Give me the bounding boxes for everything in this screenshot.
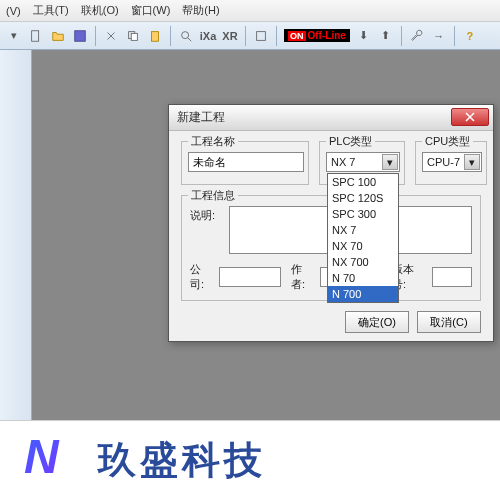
chevron-down-icon: ▾ <box>382 154 398 170</box>
plc-option[interactable]: NX 70 <box>328 238 398 254</box>
project-name-input[interactable] <box>188 152 304 172</box>
plc-option[interactable]: NX 700 <box>328 254 398 270</box>
cpu-type-value: CPU-7 <box>427 156 460 168</box>
svg-rect-7 <box>257 31 266 40</box>
new-project-dialog: 新建工程 工程名称 PLC类型 NX 7 ▾ SPC 24SSPC 100SPC… <box>168 104 494 342</box>
toolbar: ▾ iXa XR ON Off-Line ⬇ ⬆ → ? <box>0 22 500 50</box>
menu-view[interactable]: (V) <box>6 5 21 17</box>
new-icon[interactable] <box>26 26 46 46</box>
plc-type-label: PLC类型 <box>326 134 375 149</box>
menu-online[interactable]: 联机(O) <box>81 3 119 18</box>
plc-option[interactable]: N 70 <box>328 270 398 286</box>
upload-icon[interactable]: ⬆ <box>376 26 396 46</box>
company-input[interactable] <box>219 267 281 287</box>
paste-icon[interactable] <box>145 26 165 46</box>
offline-text: Off-Line <box>308 30 346 41</box>
project-name-label: 工程名称 <box>188 134 238 149</box>
plc-type-select[interactable]: NX 7 ▾ SPC 24SSPC 100SPC 120SSPC 300NX 7… <box>326 152 400 172</box>
wrench-icon[interactable] <box>407 26 427 46</box>
xr2-icon[interactable]: XR <box>220 26 240 46</box>
cut-icon[interactable] <box>101 26 121 46</box>
offline-indicator[interactable]: ON Off-Line <box>284 29 350 42</box>
open-icon[interactable] <box>48 26 68 46</box>
tool-down-icon[interactable]: ▾ <box>4 26 24 46</box>
menu-tools[interactable]: 工具(T) <box>33 3 69 18</box>
svg-rect-1 <box>75 30 86 41</box>
settings-icon[interactable] <box>251 26 271 46</box>
project-info-label: 工程信息 <box>188 188 238 203</box>
sidebar <box>0 50 32 420</box>
arrow-right-icon[interactable]: → <box>429 26 449 46</box>
save-icon[interactable] <box>70 26 90 46</box>
plc-dropdown: SPC 24SSPC 100SPC 120SSPC 300NX 7NX 70NX… <box>327 173 399 303</box>
description-label: 说明: <box>190 206 223 223</box>
menubar: (V) 工具(T) 联机(O) 窗口(W) 帮助(H) <box>0 0 500 22</box>
help-icon[interactable]: ? <box>460 26 480 46</box>
dialog-titlebar: 新建工程 <box>169 105 493 131</box>
plc-option[interactable]: SPC 300 <box>328 206 398 222</box>
cancel-button[interactable]: 取消(C) <box>417 311 481 333</box>
plc-option[interactable]: SPC 100 <box>328 174 398 190</box>
cpu-type-select[interactable]: CPU-7 ▾ <box>422 152 482 172</box>
svg-rect-0 <box>32 30 39 41</box>
download-icon[interactable]: ⬇ <box>354 26 374 46</box>
dialog-title: 新建工程 <box>177 109 225 126</box>
copy-icon[interactable] <box>123 26 143 46</box>
ok-button[interactable]: 确定(O) <box>345 311 409 333</box>
brand-text: 玖盛科技 <box>98 435 266 486</box>
chevron-down-icon: ▾ <box>464 154 480 170</box>
footer: N 玖盛科技 <box>0 420 500 500</box>
svg-rect-3 <box>131 33 137 40</box>
plc-option[interactable]: NX 7 <box>328 222 398 238</box>
plc-option[interactable]: SPC 120S <box>328 190 398 206</box>
close-icon <box>465 112 475 122</box>
logo-icon: N <box>24 433 80 489</box>
menu-window[interactable]: 窗口(W) <box>131 3 171 18</box>
cpu-type-label: CPU类型 <box>422 134 473 149</box>
search-icon[interactable] <box>176 26 196 46</box>
menu-help[interactable]: 帮助(H) <box>182 3 219 18</box>
close-button[interactable] <box>451 108 489 126</box>
svg-rect-4 <box>152 31 159 41</box>
svg-point-5 <box>182 31 189 38</box>
version-input[interactable] <box>432 267 472 287</box>
svg-line-6 <box>188 37 192 41</box>
on-badge: ON <box>288 31 306 41</box>
plc-type-value: NX 7 <box>331 156 355 168</box>
author-label: 作者: <box>291 262 316 292</box>
company-label: 公司: <box>190 262 215 292</box>
plc-option[interactable]: N 700 <box>328 286 398 302</box>
xr-icon[interactable]: iXa <box>198 26 218 46</box>
